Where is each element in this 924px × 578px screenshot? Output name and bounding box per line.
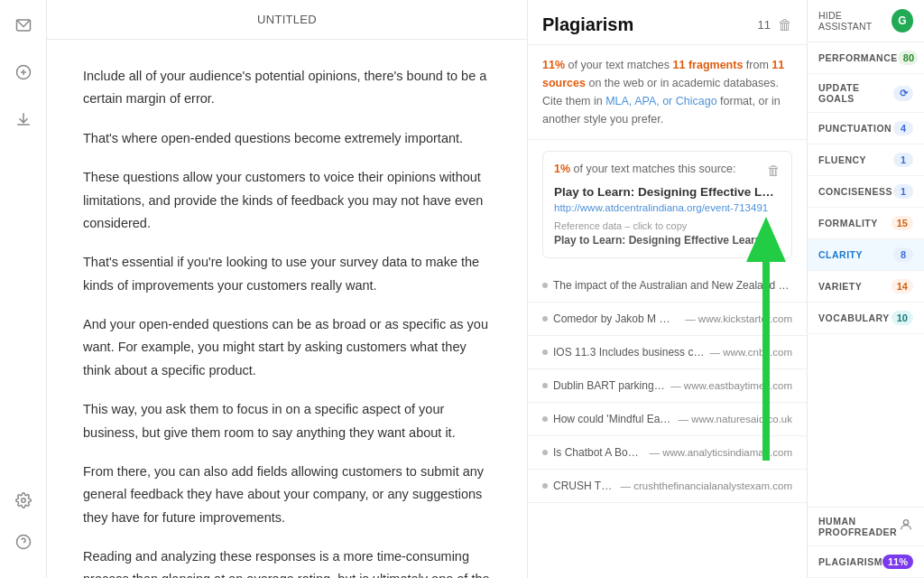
metrics-container: PERFORMANCE80UPDATE GOALS⟳PUNCTUATION4FL… [808,42,924,334]
source-list-text: Dublin BART parking lot appro... [553,379,665,392]
settings-icon[interactable] [9,486,38,515]
metric-badge: ⟳ [893,86,913,101]
summary-text2: from [743,59,772,71]
source-list-item[interactable]: The impact of the Australian and New Zea… [528,269,807,303]
metric-row-performance[interactable]: PERFORMANCE80 [808,42,924,74]
metric-badge: 1 [893,153,913,167]
source-list-domain: — www.eastbaytimes.com [670,380,792,391]
source-card-url[interactable]: http://www.atdcentralindiana.org/event-7… [554,202,781,213]
editor-paragraph: These questions allow your customers to … [83,166,491,235]
source-dot-icon [542,316,548,322]
editor-content[interactable]: Include all of your audience's potential… [47,40,527,578]
source-list-domain: — www.analyticsindiamag.com [649,447,792,458]
summary-text1: of your text matches [565,59,673,71]
document-title: UNTITLED [47,0,527,40]
editor-paragraph: This way, you ask them to focus in on a … [83,398,491,444]
metric-label: PUNCTUATION [818,123,892,134]
source-list-domain: — crushthefinancialanalystexam.com [621,480,792,491]
right-sidebar: HIDE ASSISTANT G PERFORMANCE80UPDATE GOA… [807,0,924,578]
editor-paragraph: That's where open-ended questions become… [83,127,491,150]
add-icon[interactable] [9,58,38,87]
plagiarism-header: Plagiarism 11 🗑 [528,0,807,45]
source-list-text: IOS 11.3 Includes business chat, here'..… [553,346,705,359]
source-list-item[interactable]: Dublin BART parking lot appro...— www.ea… [528,369,807,403]
source-card-percent: 1% of your text matches this source: [554,163,767,175]
plagiarism-value: 11% [882,555,913,569]
source-list-item[interactable]: CRUSH The CFA Ex...— crushthefinancialan… [528,470,807,503]
source-list-text: Is Chatbot A Boon Or Ban... [553,446,643,459]
metric-row-vocabulary[interactable]: VOCABULARY10 [808,303,924,334]
metric-label: CONCISENESS [818,186,892,197]
source-list-item[interactable]: How could 'Mindful Eating' help...— www.… [528,403,807,436]
metric-row-clarity[interactable]: CLARITY8 [808,239,924,271]
plagiarism-row[interactable]: PLAGIARISM 11% [808,546,924,578]
metric-row-fluency[interactable]: FLUENCY1 [808,144,924,176]
svg-point-8 [903,520,908,525]
plagiarism-label: PLAGIARISM [818,556,882,567]
svg-point-5 [21,499,25,503]
human-proofreader-icon [899,517,913,536]
source-dot-icon [542,483,548,489]
editor-paragraph: That's essential if you're looking to us… [83,251,491,297]
metric-badge: 1 [893,184,913,199]
editor-area: UNTITLED Include all of your audience's … [47,0,527,578]
download-icon[interactable] [9,105,38,134]
metric-label: PERFORMANCE [818,52,898,63]
mail-icon[interactable] [9,11,38,40]
metric-label: FORMALITY [818,218,878,228]
summary-percent: 11% [542,59,565,71]
plagiarism-title: Plagiarism [542,14,758,35]
source-card-title: Play to Learn: Designing Effective Learn… [554,185,781,199]
source-list-text: The impact of the Australian and New Zea… [553,279,792,292]
source-list-item[interactable]: Comedor by Jakob M White and F...— www.k… [528,303,807,336]
right-sidebar-top: HIDE ASSISTANT G [808,0,924,42]
source-dot-icon [542,350,548,355]
metric-row-variety[interactable]: VARIETY14 [808,271,924,303]
summary-fragments: 11 fragments [673,59,744,71]
source-dot-icon [542,283,548,288]
editor-paragraph: Include all of your audience's potential… [83,65,491,111]
help-icon[interactable] [9,527,38,556]
metric-row-punctuation[interactable]: PUNCTUATION4 [808,113,924,144]
source-dot-icon [542,383,548,388]
source-list-domain: — www.cnbc.com [710,347,792,358]
human-proofreader-label: HUMANPROOFREADER [818,516,897,537]
source-list-item[interactable]: IOS 11.3 Includes business chat, here'..… [528,336,807,369]
metric-badge: 15 [892,216,913,230]
metric-row-formality[interactable]: FORMALITY15 [808,208,924,239]
avatar[interactable]: G [892,9,913,33]
plagiarism-count: 11 [758,18,771,32]
editor-paragraph: Reading and analyzing these responses is… [83,545,491,578]
editor-paragraph: From there, you can also add fields allo… [83,461,491,529]
metric-badge: 8 [893,247,913,262]
source-list-text: How could 'Mindful Eating' help... [553,413,672,425]
source-dot-icon [542,416,548,422]
source-list-text: Comedor by Jakob M White and F... [553,312,679,325]
source-dot-icon [542,450,548,455]
metric-label: CLARITY [818,249,863,260]
source-list-domain: — www.naturesaid.co.uk [678,414,792,424]
source-ref-text[interactable]: Play to Learn: Designing Effective Learn… [554,234,781,247]
metric-badge: 4 [893,121,913,135]
source-list-text: CRUSH The CFA Ex... [553,480,615,492]
source-card-trash-icon[interactable]: 🗑 [767,163,781,178]
metric-row-update-goals[interactable]: UPDATE GOALS⟳ [808,74,924,113]
metric-label: UPDATE GOALS [818,82,893,104]
human-proofreader-row[interactable]: HUMANPROOFREADER [808,508,924,546]
source-list: The impact of the Australian and New Zea… [528,269,807,503]
left-sidebar [0,0,47,578]
metric-label: VOCABULARY [818,312,890,323]
summary-formats[interactable]: MLA, APA, or Chicago [605,95,716,107]
plagiarism-trash-icon[interactable]: 🗑 [778,17,792,33]
plagiarism-panel: Plagiarism 11 🗑 11% of your text matches… [527,0,807,578]
metric-row-conciseness[interactable]: CONCISENESS1 [808,176,924,208]
editor-paragraph: And your open-ended questions can be as … [83,313,491,382]
source-list-item[interactable]: Is Chatbot A Boon Or Ban...— www.analyti… [528,436,807,470]
source-list-domain: — www.kickstarter.com [685,313,792,324]
metric-badge: 10 [892,311,913,325]
metric-label: FLUENCY [818,154,866,165]
hide-assistant-button[interactable]: HIDE ASSISTANT [818,10,892,32]
metric-badge: 14 [892,279,913,294]
sidebar-bottom: HUMANPROOFREADER PLAGIARISM 11% [808,507,924,578]
source-card: 1% of your text matches this source: 🗑 P… [542,151,792,258]
